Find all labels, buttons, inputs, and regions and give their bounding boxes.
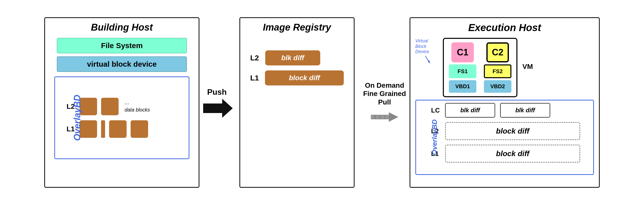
overlaybd-exec-title: OverlayBD xyxy=(431,119,439,155)
exec-l2-block-diff: block diff xyxy=(445,122,580,140)
vbd1-label: VBD1 xyxy=(449,80,476,93)
overlaybd-exec: OverlayBD LC blk diff blk diff L2 block … xyxy=(415,100,594,175)
reg-l1-label: L1 xyxy=(250,74,260,82)
lc-blk-diff-1: blk diff xyxy=(445,103,495,118)
c2-label: C2 xyxy=(486,42,509,62)
overlaybd-inner: L2 ··· data blocks L1 xyxy=(67,80,185,156)
block-l2-2 xyxy=(101,98,119,115)
vm-outline: C1 FS1 VBD1 C2 FS2 VBD2 xyxy=(443,38,517,97)
push-section: Push xyxy=(199,87,234,118)
svg-marker-6 xyxy=(389,112,398,122)
exec-l1-block-diff: block diff xyxy=(445,145,580,163)
c1-label: C1 xyxy=(451,42,474,62)
reg-l2-blk-diff: blk diff xyxy=(265,50,320,65)
lc-label: LC xyxy=(431,107,441,114)
overlaybd-box-building: OverlayBD L2 ··· data blocks xyxy=(54,76,189,159)
l1-row: L1 xyxy=(67,120,185,138)
vm-label: VM xyxy=(522,63,533,71)
exec-l1-row: L1 block diff xyxy=(431,145,588,163)
building-host-panel: Building Host File System virtual block … xyxy=(44,17,199,188)
push-label: Push xyxy=(207,87,227,97)
building-host-title: Building Host xyxy=(45,18,199,35)
execution-host-title: Execution Host xyxy=(410,18,599,36)
push-arrow xyxy=(203,99,231,118)
reg-l2-row: L2 blk diff xyxy=(250,50,344,65)
vbd2-label: VBD2 xyxy=(484,80,511,93)
registry-content: L2 blk diff L1 block diff xyxy=(240,45,354,90)
fs1-label: FS1 xyxy=(449,64,476,78)
l2-row: L2 ··· data blocks xyxy=(67,98,185,115)
c2-group: C2 FS2 VBD2 xyxy=(484,42,511,93)
exec-top-area: VirtualBlockDevice C1 FS1 VBD1 C2 xyxy=(410,36,599,97)
lc-row: LC blk diff blk diff xyxy=(431,103,588,118)
diagram-container: Building Host File System virtual block … xyxy=(9,5,635,200)
vbd-annotation-text: VirtualBlockDevice xyxy=(415,38,435,55)
registry-title: Image Registry xyxy=(240,18,354,35)
execution-host-panel: Execution Host VirtualBlockDevice C1 FS1… xyxy=(410,17,600,188)
vbd-annotation-area: VirtualBlockDevice xyxy=(415,38,435,65)
image-registry-panel: Image Registry L2 blk diff L1 block diff xyxy=(239,17,355,188)
svg-rect-2 xyxy=(371,115,374,119)
block-l1-3 xyxy=(131,120,148,138)
fs2-label: FS2 xyxy=(484,64,511,78)
overlaybd-title-building: OverlayBD xyxy=(72,95,83,141)
exec-l2-row: L2 block diff xyxy=(431,122,588,140)
dots-label: ··· xyxy=(125,100,129,107)
vbd-arrow-svg xyxy=(415,55,430,65)
block-l1-2 xyxy=(109,120,127,138)
on-demand-section: On Demand Fine Grained Pull xyxy=(360,81,410,124)
block-l1-thin xyxy=(101,120,105,138)
data-blocks-label: data blocks xyxy=(125,107,150,113)
on-demand-text: On Demand Fine Grained Pull xyxy=(360,81,410,107)
svg-rect-5 xyxy=(385,115,389,119)
arrow-body xyxy=(203,104,223,113)
reg-l1-row: L1 block diff xyxy=(250,70,344,85)
c1-group: C1 FS1 VBD1 xyxy=(449,42,476,93)
reg-l1-block-diff: block diff xyxy=(265,70,344,85)
dashed-arrow xyxy=(371,110,398,124)
file-system-bar: File System xyxy=(57,38,187,53)
lc-boxes: blk diff blk diff xyxy=(445,103,550,118)
svg-rect-3 xyxy=(376,115,379,119)
lc-blk-diff-2: blk diff xyxy=(500,103,550,118)
virtual-block-device-bar: virtual block device xyxy=(57,56,187,72)
data-blocks-annotation: ··· data blocks xyxy=(125,100,150,113)
dashed-arrow-svg xyxy=(371,110,398,124)
building-host-content: File System virtual block device Overlay… xyxy=(45,35,199,162)
reg-l2-label: L2 xyxy=(250,54,260,62)
svg-rect-4 xyxy=(381,115,384,119)
arrow-head xyxy=(222,99,233,118)
